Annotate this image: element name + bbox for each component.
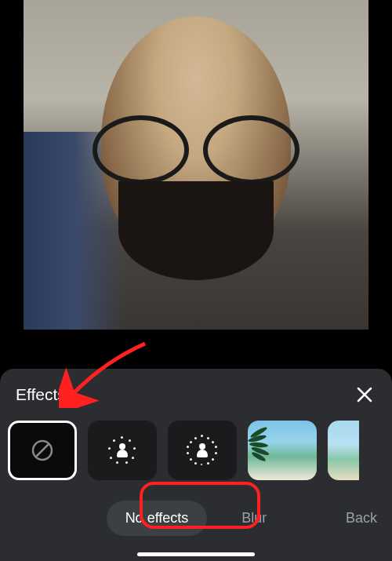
label-blur[interactable]: Blur (223, 501, 285, 536)
panel-header: Effects (0, 383, 392, 421)
svg-line-1 (36, 444, 49, 457)
effect-tile-beach-1[interactable] (248, 421, 317, 480)
palm-tree-icon (249, 427, 273, 466)
label-no-effects[interactable]: No effects (107, 501, 208, 536)
camera-feed-placeholder (24, 0, 368, 330)
video-preview (24, 0, 368, 330)
close-icon (356, 386, 373, 403)
close-button[interactable] (353, 383, 376, 406)
effect-tile-blur-strong[interactable] (168, 421, 237, 480)
blur-light-icon (107, 435, 138, 466)
effects-tiles-row[interactable] (0, 421, 392, 480)
panel-title: Effects (16, 385, 66, 404)
label-backgrounds[interactable]: Back (327, 501, 392, 536)
effect-tile-blur-light[interactable] (88, 421, 157, 480)
prohibit-icon (30, 438, 55, 463)
effect-labels-row: No effects Blur Back (0, 480, 392, 536)
effect-tile-no-effects[interactable] (8, 421, 77, 480)
home-indicator[interactable] (137, 552, 255, 556)
blur-strong-icon (187, 435, 218, 466)
effect-tile-beach-2[interactable] (328, 421, 359, 480)
effects-panel: Effects (0, 369, 392, 561)
